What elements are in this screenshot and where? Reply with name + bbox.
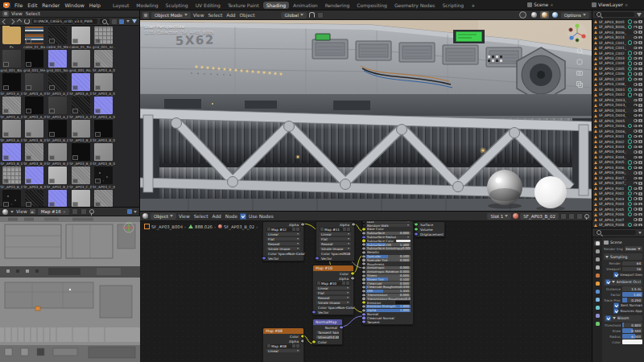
- viewport-render[interactable]: 5X62: [140, 20, 592, 211]
- hide-eye-icon[interactable]: [634, 109, 638, 112]
- property-row[interactable]: Threshold 0.800: [604, 323, 642, 328]
- file-item[interactable]: SF_AP03_A_0: [23, 72, 47, 96]
- node-socket[interactable]: [414, 232, 418, 236]
- workspace-tab[interactable]: Rendering: [322, 2, 353, 9]
- hide-eye-icon[interactable]: [634, 88, 638, 91]
- file-item[interactable]: SF_AP03_C_0: [69, 189, 93, 207]
- file-item[interactable]: SF_AP03_C_0: [69, 166, 93, 189]
- workspace-tab[interactable]: Shading: [263, 2, 289, 9]
- hide-eye-icon[interactable]: [634, 93, 638, 96]
- blender-logo-icon[interactable]: [3, 2, 10, 8]
- property-row[interactable]: Factor 1.00: [604, 292, 642, 298]
- file-item[interactable]: SF_AP03_C_0: [46, 189, 69, 207]
- render-visibility-icon[interactable]: [638, 197, 642, 200]
- hide-eye-icon[interactable]: [634, 62, 638, 64]
- render-visibility-icon[interactable]: [638, 41, 642, 44]
- hide-eye-icon[interactable]: [634, 68, 638, 70]
- file-browser-menu[interactable]: View: [11, 11, 23, 16]
- render-visibility-icon[interactable]: [638, 109, 642, 112]
- hide-eye-icon[interactable]: [634, 125, 638, 127]
- sampling-section-header[interactable]: Sampling: [604, 253, 642, 260]
- workspace-tab[interactable]: UV Editing: [192, 2, 224, 9]
- use-nodes-checkbox[interactable]: [240, 213, 246, 220]
- options-button[interactable]: Options: [561, 12, 589, 19]
- hide-eye-icon[interactable]: [634, 36, 638, 39]
- workspace-tab[interactable]: Geometry Nodes: [391, 2, 439, 9]
- workspace-tab[interactable]: Scripting: [440, 2, 468, 9]
- viewport-menu[interactable]: View: [193, 13, 204, 18]
- node-editor-menu[interactable]: Add: [213, 214, 221, 219]
- refresh-icon[interactable]: [24, 19, 30, 24]
- workspace-tab[interactable]: +: [468, 2, 478, 9]
- editor-type-icon[interactable]: [2, 10, 9, 17]
- hide-eye-icon[interactable]: [634, 156, 638, 158]
- image-selector[interactable]: Map #11: [320, 228, 351, 232]
- node-editor-menu[interactable]: Select: [194, 214, 208, 219]
- render-visibility-icon[interactable]: [638, 83, 642, 86]
- image-texture-node[interactable]: Alpha Map #11 LinearFlatRepeatSingle Ima…: [316, 221, 355, 261]
- property-row[interactable]: Knee 0.500: [604, 328, 642, 334]
- scene-selector[interactable]: Scene ×: [527, 2, 554, 7]
- properties-tab[interactable]: [594, 257, 601, 262]
- hide-eye-icon[interactable]: [634, 31, 638, 33]
- new-image-button[interactable]: [72, 208, 78, 215]
- image-selector[interactable]: Map #12: [266, 228, 300, 232]
- render-visibility-icon[interactable]: [638, 150, 642, 154]
- render-visibility-icon[interactable]: [638, 68, 642, 71]
- new-material-button[interactable]: [560, 213, 567, 220]
- render-visibility-icon[interactable]: [638, 135, 642, 138]
- hide-eye-icon[interactable]: [634, 140, 638, 142]
- hide-eye-icon[interactable]: [634, 192, 638, 195]
- workspace-tab[interactable]: Layout: [109, 2, 132, 9]
- file-item[interactable]: grid_001_Me..: [23, 49, 47, 72]
- file-item[interactable]: SF_AP03_A_0: [69, 96, 93, 119]
- file-item[interactable]: SF_AP03_A_0: [92, 49, 115, 72]
- image-selector[interactable]: Map #08: [266, 344, 300, 348]
- file-item[interactable]: SF_AP03_B_0: [23, 166, 47, 189]
- path-field[interactable]: D:\PACK_CASES_or3D_v3.0_PWR: [32, 19, 97, 24]
- editor-type-icon[interactable]: [142, 213, 148, 219]
- remove-viewlayer-icon[interactable]: ×: [625, 2, 628, 7]
- editor-type-icon[interactable]: [2, 209, 8, 215]
- hide-eye-icon[interactable]: [634, 114, 638, 117]
- properties-tab[interactable]: [594, 297, 601, 302]
- menu-item[interactable]: Help: [87, 2, 103, 8]
- file-item[interactable]: SF_AP03_A_0: [46, 96, 69, 119]
- hide-eye-icon[interactable]: [634, 171, 638, 174]
- properties-search-field[interactable]: [595, 230, 636, 236]
- menu-item[interactable]: Edit: [25, 2, 39, 8]
- property-row[interactable]: Trace Preci.. 0.250: [604, 298, 642, 303]
- file-item[interactable]: SF_AP03_A_0: [0, 119, 23, 142]
- uv-texture-canvas[interactable]: [0, 216, 140, 362]
- hide-eye-icon[interactable]: [634, 130, 638, 132]
- outliner-row[interactable]: SF_AP03_F008: [592, 222, 644, 227]
- render-visibility-icon[interactable]: [638, 78, 642, 81]
- bloom-section-header[interactable]: Bloom: [604, 315, 642, 322]
- proportional-edit-icon[interactable]: [317, 12, 324, 19]
- render-visibility-icon[interactable]: [638, 146, 642, 149]
- file-item[interactable]: SF_AP03_B_0: [46, 142, 69, 166]
- file-item[interactable]: SF_AP03_B_0: [46, 166, 69, 189]
- properties-tab[interactable]: [594, 321, 601, 327]
- snap-magnet-icon[interactable]: [309, 12, 315, 18]
- file-item[interactable]: SF_AP03_B_0: [0, 166, 23, 189]
- color-swatch[interactable]: [622, 339, 642, 344]
- filter-icon[interactable]: [132, 19, 137, 23]
- outliner-search-field[interactable]: [595, 12, 634, 18]
- file-item[interactable]: SF_AP03_C_0: [92, 166, 115, 189]
- bsdf-input-row[interactable]: Clearcoat Roughness0.030: [363, 286, 413, 290]
- hide-eye-icon[interactable]: [634, 224, 638, 226]
- hide-eye-icon[interactable]: [634, 161, 638, 163]
- material-output-node[interactable]: Surface Volume Displacement: [415, 221, 445, 237]
- workspace-tab[interactable]: Modeling: [133, 2, 161, 9]
- render-visibility-icon[interactable]: [638, 20, 642, 23]
- render-visibility-icon[interactable]: [638, 156, 642, 159]
- forward-icon[interactable]: [10, 19, 15, 24]
- image-selector[interactable]: Map #16 ×: [38, 208, 69, 215]
- file-item[interactable]: SF_AP03_B_0: [69, 142, 93, 166]
- shading-solid-icon[interactable]: [530, 11, 539, 19]
- hide-eye-icon[interactable]: [634, 203, 638, 205]
- image-texture-node[interactable]: Alpha Map #12 LinearFlatRepeatSingle Ima…: [262, 221, 304, 261]
- hide-eye-icon[interactable]: [634, 21, 638, 23]
- workspace-tab[interactable]: Compositing: [353, 2, 390, 9]
